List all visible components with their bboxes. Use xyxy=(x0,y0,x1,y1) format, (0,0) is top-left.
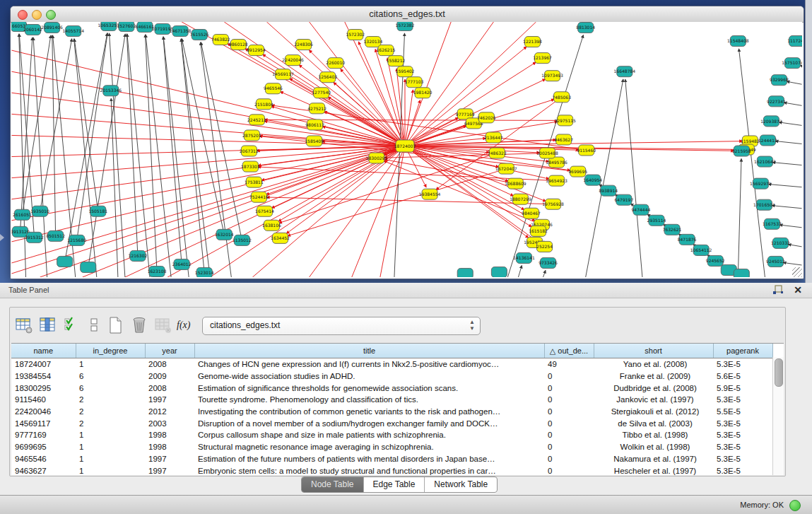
column-show-icon[interactable] xyxy=(39,316,57,334)
graph-node[interactable]: 6479197 xyxy=(614,194,633,205)
graph-node[interactable]: 19756928 xyxy=(542,199,564,209)
graph-node[interactable]: 2364012 xyxy=(172,259,192,269)
graph-node[interactable]: 20891406 xyxy=(41,23,63,33)
graph-node[interactable] xyxy=(57,256,73,267)
graph-node[interactable]: 1523014 xyxy=(195,267,214,277)
graph-node[interactable]: 14569117 xyxy=(272,69,294,80)
table-row[interactable]: 2242004622012Investigating the contribut… xyxy=(11,406,772,418)
graph-node[interactable]: 18807299 xyxy=(510,194,531,204)
graph-node[interactable]: 9840467 xyxy=(522,208,541,218)
column-header-pagerank[interactable]: pagerank xyxy=(713,344,772,358)
graph-node[interactable]: 18300295 xyxy=(366,153,388,163)
graph-node[interactable]: 9245012 xyxy=(766,256,785,267)
graph-node[interactable]: 9860128 xyxy=(229,40,248,50)
graph-node[interactable]: 18724007 xyxy=(394,140,416,152)
graph-node[interactable]: 2260010 xyxy=(326,58,345,69)
graph-node[interactable]: 7524416 xyxy=(249,192,269,202)
graph-node[interactable]: 10688609 xyxy=(505,178,526,189)
graph-node[interactable]: 3915312 xyxy=(25,232,44,243)
graph-node[interactable]: 9465546 xyxy=(264,83,283,94)
graph-node[interactable]: 1572382 xyxy=(396,22,415,31)
graph-node[interactable]: 1505181 xyxy=(88,206,107,216)
memory-ok-icon[interactable] xyxy=(789,500,801,511)
column-header-title[interactable]: title xyxy=(194,344,544,358)
column-header-short[interactable]: short xyxy=(594,344,713,358)
column-header-name[interactable]: name xyxy=(11,344,76,358)
delete-column-icon[interactable] xyxy=(130,316,148,334)
graph-node[interactable]: 1935010 xyxy=(30,206,49,216)
graph-node[interactable]: 14055714 xyxy=(62,26,84,37)
table-row[interactable]: 1456911722003Disruption of a novel membe… xyxy=(11,417,772,429)
graph-node[interactable]: 9463627 xyxy=(554,134,573,145)
graph-node[interactable]: 7486322 xyxy=(488,148,507,158)
graph-node[interactable]: 252254 xyxy=(536,241,553,252)
graph-node[interactable]: 1213967 xyxy=(533,53,552,64)
table-selector[interactable]: citations_edges.txt ▲▼ xyxy=(202,317,481,335)
close-icon[interactable]: ✕ xyxy=(794,284,802,296)
graph-node[interactable]: 1585409 xyxy=(305,136,324,146)
graph-node[interactable]: 19384554 xyxy=(419,189,441,199)
graph-node[interactable]: 2151804 xyxy=(254,99,273,110)
graph-node[interactable]: 8813014 xyxy=(576,23,595,33)
graph-node[interactable]: 9733426 xyxy=(539,257,558,268)
graph-node[interactable]: 17016504 xyxy=(753,199,775,210)
graph-node[interactable]: 12093872 xyxy=(760,116,782,127)
column-header-outde[interactable]: △ out_de... xyxy=(544,344,594,358)
window-titlebar[interactable]: citations_edges.txt xyxy=(11,6,804,23)
graph-node[interactable]: 1981420 xyxy=(413,88,433,98)
graph-node[interactable]: 1244413 xyxy=(758,135,777,146)
graph-node[interactable]: 1873301 xyxy=(241,161,260,172)
graph-node[interactable]: 1675414 xyxy=(255,206,274,216)
graph-node[interactable]: 7462026 xyxy=(477,112,496,123)
graph-node[interactable]: 8471876 xyxy=(678,234,697,245)
graph-node[interactable]: 1615182 xyxy=(529,226,548,236)
graph-node[interactable]: 10654112 xyxy=(690,245,712,255)
graph-node[interactable]: 1632014 xyxy=(215,229,234,240)
graph-node[interactable]: 2935114 xyxy=(647,215,666,226)
graph-node[interactable]: 1572302 xyxy=(346,30,365,40)
graph-node[interactable]: 1777103 xyxy=(405,77,424,88)
graph-node[interactable]: 8215958 xyxy=(732,146,751,156)
graph-node[interactable]: 20153346 xyxy=(100,86,122,96)
table-row[interactable]: 946554611997Estimation of the future num… xyxy=(11,453,772,465)
graph-node[interactable]: 9806117 xyxy=(305,119,324,130)
table-row[interactable]: 1872400712008Changes of HCN gene express… xyxy=(11,358,772,370)
graph-node[interactable]: 8501512 xyxy=(46,230,65,241)
graph-node[interactable]: 14136141 xyxy=(513,252,535,263)
graph-node[interactable]: 1638106 xyxy=(262,220,281,230)
table-row[interactable]: 1830029562008Estimation of significance … xyxy=(11,382,772,394)
window-resize-grip[interactable] xyxy=(792,267,802,277)
graph-node[interactable]: 16210643 xyxy=(754,156,776,167)
graph-node[interactable]: 9245652 xyxy=(706,255,725,266)
graph-node[interactable] xyxy=(457,268,473,277)
graph-node[interactable]: 10973493 xyxy=(541,71,563,81)
graph-node[interactable]: 1167533 xyxy=(763,218,782,229)
graph-node[interactable]: 1626215 xyxy=(377,45,396,56)
table-row[interactable]: 969969511998Structural magnetic resonanc… xyxy=(11,441,772,453)
graph-node[interactable]: 1216302 xyxy=(129,250,148,261)
graph-node[interactable]: 1135012 xyxy=(233,235,252,245)
table-row[interactable]: 977716911998Corpus callosum shape and si… xyxy=(11,429,772,441)
tab-network-table[interactable]: Network Table xyxy=(425,477,497,492)
graph-node[interactable]: 1215680 xyxy=(67,235,86,245)
graph-node[interactable]: 8938914 xyxy=(599,185,618,196)
column-header-indegree[interactable]: in_degree xyxy=(76,344,145,358)
graph-node[interactable]: 2875201 xyxy=(242,130,261,141)
graph-node[interactable]: 1256403 xyxy=(318,72,337,83)
graph-node[interactable]: 8912954 xyxy=(247,45,266,56)
graph-node[interactable]: 1210332 xyxy=(771,238,790,248)
graph-node[interactable]: 2248306 xyxy=(294,40,313,50)
graph-node[interactable]: 2245212 xyxy=(247,115,266,125)
tab-node-table[interactable]: Node Table xyxy=(302,477,364,492)
row-height-icon[interactable] xyxy=(85,316,103,334)
function-builder-icon[interactable]: f(x) xyxy=(177,316,195,334)
graph-node[interactable]: 1753811 xyxy=(245,177,264,187)
tab-edge-table[interactable]: Edge Table xyxy=(364,477,425,492)
graph-node[interactable]: 11548408 xyxy=(727,36,749,47)
graph-node[interactable]: 15751074 xyxy=(782,58,802,69)
graph-node[interactable]: 9227341 xyxy=(767,96,786,107)
graph-node[interactable]: 1634452 xyxy=(271,233,290,243)
table-row[interactable]: 946362711997Embryonic stem cells: a mode… xyxy=(11,465,772,477)
network-canvas[interactable]: 1872400716605332060142208914061405571410… xyxy=(11,22,802,277)
graph-node[interactable]: 1595402 xyxy=(396,66,415,77)
